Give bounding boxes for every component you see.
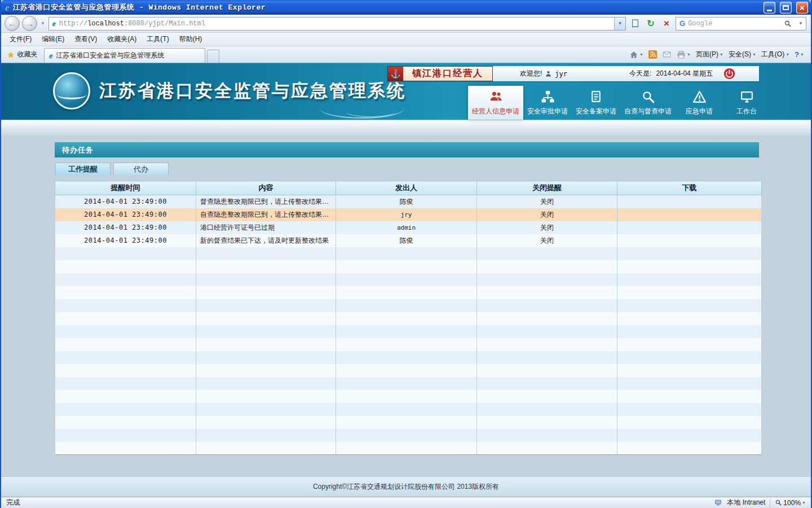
empty-cell: [336, 377, 477, 390]
empty-cell: [196, 364, 336, 377]
close-reminder-link[interactable]: 关闭: [477, 208, 617, 221]
menu-bar: 文件(F) 编辑(E) 查看(V) 收藏夹(A) 工具(T) 帮助(H): [1, 33, 811, 46]
help-menu-button[interactable]: ? ▼: [795, 50, 804, 59]
empty-cell: [336, 416, 477, 429]
site-header: ⚓ 镇江港口经营人 欢迎您! jyr 今天是: 2014-04-04 星期五: [1, 63, 811, 120]
search-button[interactable]: [782, 18, 794, 29]
maximize-icon: [783, 5, 789, 10]
warning-triangle-icon: [692, 90, 707, 104]
search-dropdown[interactable]: ▼: [797, 21, 805, 26]
zoom-control[interactable]: 100% ▼: [775, 499, 806, 507]
minimize-button[interactable]: [764, 2, 775, 14]
status-right: 本地 Intranet 100% ▼: [714, 498, 806, 507]
table-row-empty: [55, 325, 762, 338]
column-header-close: 关闭提醒: [477, 181, 617, 195]
forward-arrow-icon: →: [25, 19, 34, 28]
close-reminder-link[interactable]: 关闭: [477, 221, 617, 234]
safety-menu-button[interactable]: 安全(S) ▼: [729, 50, 756, 59]
rss-icon: [648, 50, 657, 59]
cell-content: 督查隐患整改期限已到，请上传整改结果…: [196, 195, 336, 208]
empty-cell: [477, 260, 617, 273]
empty-cell: [55, 312, 196, 325]
menu-view[interactable]: 查看(V): [69, 33, 102, 46]
table-row-empty: [55, 286, 762, 299]
copyright-text: Copyright©江苏省交通规划设计院股份有限公司 2013版权所有: [313, 482, 499, 492]
close-reminder-link[interactable]: 关闭: [477, 195, 617, 208]
sitemap-icon: [541, 90, 555, 104]
empty-cell: [55, 273, 196, 286]
empty-cell: [336, 325, 477, 338]
empty-cell: [55, 416, 196, 429]
search-input[interactable]: G Google ▼: [676, 17, 806, 30]
nav-item-safety-record[interactable]: 安全备案申请: [572, 86, 620, 120]
cell-download: [617, 234, 762, 247]
user-info-strip: ⚓ 镇江港口经营人 欢迎您! jyr 今天是: 2014-04-04 星期五: [387, 66, 759, 81]
menu-favorites[interactable]: 收藏夹(A): [102, 33, 142, 46]
history-dropdown[interactable]: ▼: [39, 21, 46, 26]
menu-edit[interactable]: 编辑(E): [37, 33, 69, 46]
nav-item-operator-info[interactable]: 经营人信息申请: [468, 86, 523, 120]
empty-cell: [55, 247, 196, 260]
logout-button[interactable]: [723, 68, 735, 80]
date-value: 2014-04-04 星期五: [656, 69, 713, 78]
back-button[interactable]: ←: [5, 16, 20, 31]
empty-cell: [55, 403, 196, 416]
tab-work-reminder[interactable]: 工作提醒: [55, 163, 111, 175]
nav-label: 安全审批申请: [527, 107, 568, 116]
menu-tools[interactable]: 工具(T): [142, 33, 174, 46]
favorites-button[interactable]: ★ 收藏夹: [1, 46, 44, 63]
print-button[interactable]: ▼: [677, 50, 691, 59]
page-menu-button[interactable]: 页面(P) ▼: [696, 50, 723, 59]
nav-label: 安全备案申请: [576, 107, 616, 116]
nav-label: 经营人信息申请: [472, 107, 519, 116]
date-label: 今天是:: [629, 69, 651, 78]
empty-cell: [55, 325, 196, 338]
refresh-button[interactable]: ↻: [644, 17, 657, 30]
empty-cell: [196, 442, 336, 455]
people-icon: [489, 90, 503, 104]
new-tab-stub[interactable]: [207, 50, 219, 63]
table-row-empty: [55, 299, 762, 312]
empty-cell: [336, 299, 477, 312]
feeds-button[interactable]: [648, 50, 657, 59]
empty-cell: [477, 312, 617, 325]
nav-item-workbench[interactable]: 工作台: [723, 86, 770, 120]
empty-cell: [196, 325, 336, 338]
browser-tab[interactable]: e 江苏省港口安全监管与应急管理系统: [44, 48, 205, 63]
empty-cell: [617, 390, 762, 403]
empty-cell: [336, 286, 477, 299]
empty-cell: [477, 299, 617, 312]
address-bar[interactable]: e http://localhost:8080/yjpt/Main.html ▼: [48, 17, 626, 30]
empty-cell: [477, 390, 617, 403]
close-button[interactable]: ×: [796, 2, 808, 14]
compatibility-icon: [630, 19, 640, 28]
empty-cell: [477, 403, 617, 416]
header-sub-strip: [1, 120, 811, 135]
favorites-label: 收藏夹: [17, 50, 38, 59]
home-button[interactable]: ▼: [629, 50, 643, 59]
column-header-sender: 发出人: [336, 181, 477, 195]
user-icon: [545, 70, 552, 77]
cell-download: [617, 221, 762, 234]
forward-button[interactable]: →: [22, 16, 37, 31]
nav-item-emergency[interactable]: 应急申请: [676, 86, 723, 120]
compatibility-view-button[interactable]: [628, 17, 642, 30]
menu-help[interactable]: 帮助(H): [174, 33, 208, 46]
maximize-button[interactable]: [780, 2, 792, 14]
nav-item-safety-approval[interactable]: 安全审批申请: [523, 86, 572, 120]
stop-button[interactable]: ×: [660, 17, 673, 30]
empty-cell: [477, 351, 617, 364]
empty-cell: [617, 273, 762, 286]
printer-icon: [677, 50, 686, 59]
address-dropdown-button[interactable]: ▼: [614, 17, 625, 30]
menu-file[interactable]: 文件(F): [5, 33, 37, 46]
close-reminder-link[interactable]: 关闭: [477, 234, 617, 247]
status-bar: 完成 本地 Intranet 100% ▼: [1, 497, 811, 508]
nav-item-self-inspection[interactable]: 自查与督查申请: [620, 86, 676, 120]
tab-todo[interactable]: 代办: [113, 163, 169, 175]
empty-cell: [477, 442, 617, 455]
star-icon: ★: [7, 50, 15, 59]
empty-cell: [196, 338, 336, 351]
read-mail-button[interactable]: [662, 50, 672, 59]
tools-menu-button[interactable]: 工具(O) ▼: [761, 50, 789, 59]
